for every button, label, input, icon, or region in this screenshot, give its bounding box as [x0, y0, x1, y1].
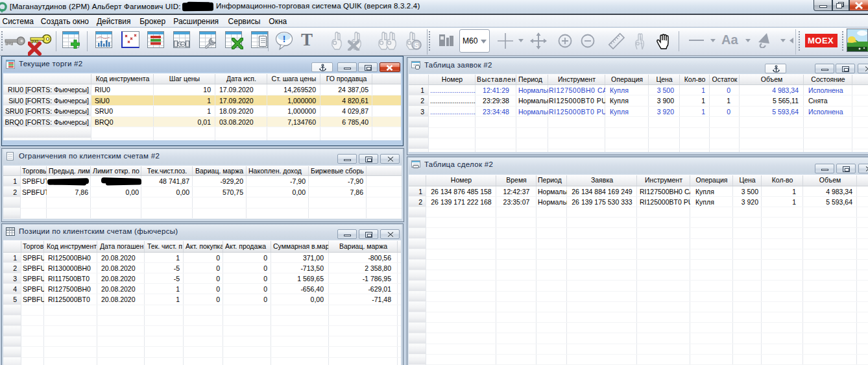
svg-text:S: S [414, 42, 418, 49]
svg-text:!: ! [283, 33, 286, 44]
